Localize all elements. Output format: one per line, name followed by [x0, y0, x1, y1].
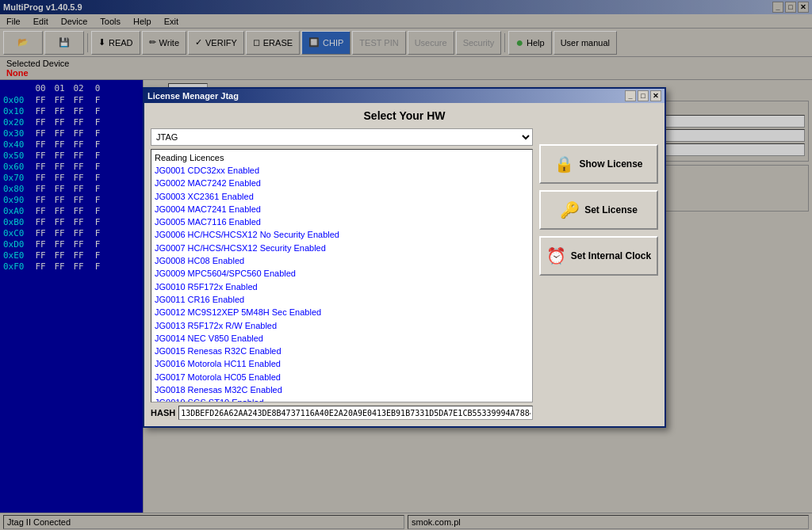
show-license-button[interactable]: 🔒 Show License — [539, 144, 658, 184]
modal-maximize[interactable]: □ — [638, 90, 649, 101]
license-items-container: JG0001 CDC32xx EnabledJG0002 MAC7242 Ena… — [155, 164, 529, 402]
license-item[interactable]: JG0018 Renesas M32C Enabled — [155, 383, 529, 396]
license-item[interactable]: JG0001 CDC32xx Enabled — [155, 164, 529, 177]
modal-content: JTAG Reading Licences JG0001 CDC32xx Ena… — [151, 128, 658, 420]
set-internal-clock-label: Set Internal Clock — [571, 250, 651, 261]
hash-input[interactable] — [178, 406, 533, 420]
modal-actions: 🔒 Show License 🔑 Set License ⏰ Set Inter… — [539, 128, 658, 420]
license-item[interactable]: JG0011 CR16 Enabled — [155, 293, 529, 306]
license-manager-modal: License Menager Jtag _ □ ✕ Select Your H… — [143, 87, 666, 428]
hash-label: HASH — [151, 408, 175, 418]
license-item[interactable]: JG0017 Motorola HC05 Enabled — [155, 371, 529, 383]
lock-icon: 🔒 — [554, 154, 574, 173]
modal-title: License Menager Jtag — [147, 91, 239, 101]
set-license-button[interactable]: 🔑 Set License — [539, 190, 658, 230]
licenses-list: Reading Licences JG0001 CDC32xx EnabledJ… — [151, 150, 532, 402]
license-item[interactable]: JG0003 XC2361 Enabled — [155, 190, 529, 203]
key-icon: 🔑 — [560, 200, 580, 219]
license-item[interactable]: JG0016 Motorola HC11 Enabled — [155, 357, 529, 370]
modal-controls[interactable]: _ □ ✕ — [625, 90, 661, 101]
license-item[interactable]: JG0002 MAC7242 Enabled — [155, 177, 529, 189]
modal-list-section: JTAG Reading Licences JG0001 CDC32xx Ena… — [151, 128, 533, 420]
modal-body: Select Your HW JTAG Reading Licences JG0… — [144, 103, 665, 426]
reading-licences-title: Reading Licences — [155, 153, 529, 162]
license-item[interactable]: JG0013 R5F172x R/W Enabled — [155, 319, 529, 332]
licenses-list-container[interactable]: Reading Licences JG0001 CDC32xx EnabledJ… — [151, 149, 533, 402]
license-item[interactable]: JG0007 HC/HCS/HCSX12 Security Enabled — [155, 242, 529, 254]
license-item[interactable]: JG0005 MAC7116 Enabled — [155, 215, 529, 228]
license-item[interactable]: JG0006 HC/HCS/HCSX12 No Security Enabled — [155, 228, 529, 241]
license-item[interactable]: JG0015 Renesas R32C Enabled — [155, 345, 529, 357]
license-item[interactable]: JG0008 HC08 Enabled — [155, 254, 529, 267]
set-internal-clock-button[interactable]: ⏰ Set Internal Clock — [539, 236, 658, 276]
license-item[interactable]: JG0009 MPC5604/SPC560 Enabled — [155, 267, 529, 280]
show-license-label: Show License — [579, 158, 642, 170]
license-item[interactable]: JG0019 SGS ST10 Enabled — [155, 396, 529, 402]
license-item[interactable]: JG0004 MAC7241 Enabled — [155, 203, 529, 215]
hash-row: HASH — [151, 406, 533, 420]
license-item[interactable]: JG0010 R5F172x Enabled — [155, 280, 529, 293]
license-item[interactable]: JG0014 NEC V850 Enabled — [155, 332, 529, 345]
hw-dropdown[interactable]: JTAG — [151, 128, 533, 146]
modal-title-bar: License Menager Jtag _ □ ✕ — [144, 89, 665, 103]
modal-close[interactable]: ✕ — [650, 90, 661, 101]
modal-minimize[interactable]: _ — [625, 90, 636, 101]
modal-header: Select Your HW — [151, 109, 658, 122]
set-license-label: Set License — [584, 204, 638, 215]
clock-icon: ⏰ — [546, 246, 566, 265]
license-item[interactable]: JG0012 MC9S12XEP 5M48H Sec Enabled — [155, 306, 529, 318]
